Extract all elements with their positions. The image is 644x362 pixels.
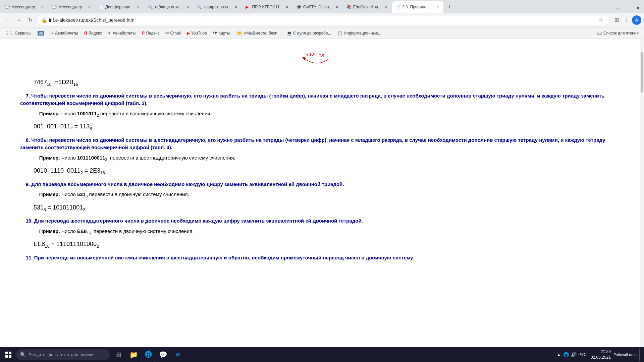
taskbar-right: ▲ 🌐 🔊 РУС 21:29 02.06.2021 Рабочий стол bbox=[554, 349, 643, 361]
reading-list-icon: 📖 bbox=[597, 31, 602, 36]
svg-text:2: 2 bbox=[305, 53, 308, 58]
bookmark-info[interactable]: 📋 Информационные... bbox=[335, 30, 384, 37]
hidden-icons-button[interactable]: ▲ bbox=[556, 352, 561, 357]
desktop-button[interactable]: Рабочий стол bbox=[612, 353, 638, 357]
myvmeste-label: #МыВместе: бесп... bbox=[244, 31, 281, 36]
refresh-button[interactable]: ↻ bbox=[25, 15, 35, 25]
extensions-button[interactable]: ⊞ bbox=[612, 15, 621, 25]
file-explorer-button[interactable]: 📁 bbox=[127, 348, 140, 361]
lang-indicator[interactable]: РУС bbox=[579, 352, 587, 357]
show-desktop-strip[interactable] bbox=[639, 349, 641, 361]
restore-button[interactable]: ⬜ bbox=[623, 3, 633, 13]
chrome-icon: 🌐 bbox=[145, 351, 152, 358]
browser-frame: 💬 Мессенджер ✕ 💬 Мессенджер ✕ 📄 Дифферен… bbox=[0, 0, 644, 362]
windows-icon bbox=[5, 352, 11, 358]
word-button[interactable]: W bbox=[171, 348, 184, 361]
tab-4-favicon: 🔍 bbox=[148, 5, 153, 9]
reading-list-button[interactable]: 📖 Список для чтения bbox=[594, 30, 641, 37]
system-tray: ▲ 🌐 🔊 РУС bbox=[554, 352, 589, 357]
tab-8[interactable]: 📚 EduCab - Кон... ✕ bbox=[343, 1, 392, 13]
avia2-icon: ✈ bbox=[108, 31, 111, 36]
tab-5-favicon: 🔍 bbox=[197, 5, 202, 9]
clock-date: 02.06.2021 bbox=[591, 355, 611, 360]
tab-5[interactable]: 🔍 квадрат разн... ✕ bbox=[194, 1, 242, 13]
taskbar-search[interactable]: 🔍 Введите здесь текст для поиска bbox=[16, 349, 110, 360]
bookmark-avia1[interactable]: ✈ Авиабилеты bbox=[48, 30, 81, 37]
bookmark-maps[interactable]: 🗺 Карты bbox=[210, 30, 232, 37]
example-10-line: Пример. Число ЕЕ816 перевести в двоичную… bbox=[34, 228, 617, 236]
tab-3-favicon: 📄 bbox=[99, 5, 103, 9]
close-window-button[interactable]: ✕ bbox=[633, 3, 643, 13]
tab-9[interactable]: 📄 3.3. Правила с... ✕ bbox=[392, 1, 443, 13]
tab-2-favicon: 💬 bbox=[52, 5, 56, 9]
example-8-line: Пример. Число 10111000112 перевести в ше… bbox=[34, 154, 617, 163]
vk-icon: vk bbox=[38, 31, 44, 36]
messenger-taskbar-icon: 💬 bbox=[159, 351, 167, 359]
forward-button[interactable]: → bbox=[14, 15, 23, 25]
start-button[interactable] bbox=[1, 348, 15, 362]
tab-4[interactable]: 🔍 таблица инте... ✕ bbox=[145, 1, 194, 13]
yandex2-icon: Я bbox=[142, 31, 145, 36]
bookmark-devcourse[interactable]: 💻 С нуля до разрабо... bbox=[284, 30, 334, 37]
bookmark-yandex1[interactable]: Я Яндекс bbox=[82, 30, 105, 37]
example-9-line: Пример. Число 5318 перевести в двоичную … bbox=[34, 191, 617, 199]
new-tab-button[interactable]: + bbox=[445, 2, 454, 12]
gmail-icon: ✉ bbox=[165, 31, 169, 36]
bookmark-avia2[interactable]: ✈ Авиабилеты bbox=[105, 30, 139, 37]
tab-9-close[interactable]: ✕ bbox=[435, 4, 440, 10]
messenger-taskbar-button[interactable]: 💬 bbox=[156, 348, 170, 361]
tab-3[interactable]: 📄 Дифференци... ✕ bbox=[95, 1, 145, 13]
content-area: 2 10 13 746710 =1D2B16 bbox=[0, 39, 644, 347]
profile-button[interactable]: A bbox=[632, 15, 641, 25]
example-7-line: Пример. Число 10010112 перевести в восьм… bbox=[34, 110, 617, 118]
tab-8-close[interactable]: ✕ bbox=[383, 4, 389, 10]
tab-6[interactable]: ▶ ПРО ИГРОК Н... ✕ bbox=[242, 1, 293, 13]
taskbar-search-icon: 🔍 bbox=[20, 352, 26, 357]
scrollbar-thumb[interactable] bbox=[641, 52, 643, 93]
tab-1-favicon: 💬 bbox=[5, 5, 9, 9]
tab-4-close[interactable]: ✕ bbox=[185, 4, 190, 10]
rule-8-text: 8. Чтобы перевести число из двоичной сис… bbox=[20, 136, 617, 152]
tab-3-close[interactable]: ✕ bbox=[136, 4, 141, 10]
bookmark-myvmeste[interactable]: 🤝 #МыВместе: бесп... bbox=[233, 29, 283, 37]
scrollbar[interactable] bbox=[640, 39, 644, 347]
more-tools-button[interactable]: ⋮ bbox=[622, 15, 631, 25]
address-bar[interactable]: 🔒 inf.e-alekseev.ru/text/Schisl_perevod.… bbox=[37, 15, 610, 25]
bookmark-star-icon[interactable]: ☆ bbox=[596, 15, 605, 25]
maps-label: Карты bbox=[218, 31, 230, 36]
tab-7[interactable]: 🎓 ОмГТУ: Элект... ✕ bbox=[293, 1, 343, 13]
svg-text:10: 10 bbox=[309, 52, 314, 57]
minimize-button[interactable]: ─ bbox=[613, 3, 623, 13]
taskbar-search-text: Введите здесь текст для поиска bbox=[29, 352, 93, 357]
info-icon: 📋 bbox=[337, 31, 342, 36]
bookmark-yandex2[interactable]: Я Яндекс bbox=[139, 30, 162, 37]
tab-6-favicon: ▶ bbox=[246, 5, 250, 9]
bookmark-gmail[interactable]: ✉ Gmail bbox=[163, 30, 183, 37]
info-label: Информационные... bbox=[344, 31, 381, 36]
tab-7-close[interactable]: ✕ bbox=[334, 4, 340, 10]
example-8-result: 0010 1110 00112 = 2E316 bbox=[34, 166, 617, 176]
bookmark-vk[interactable]: vk bbox=[35, 30, 47, 37]
bookmark-youtube[interactable]: ▶ YouTube bbox=[184, 30, 210, 37]
task-view-button[interactable]: ⊞ bbox=[112, 348, 125, 361]
tab-6-close[interactable]: ✕ bbox=[284, 4, 290, 10]
bookmark-services[interactable]: ⋮⋮ Сервисы bbox=[3, 30, 34, 37]
tab-1[interactable]: 💬 Мессенджер ✕ bbox=[1, 1, 48, 13]
svg-text:13: 13 bbox=[319, 53, 324, 58]
address-text: inf.e-alekseev.ru/text/Schisl_perevod.ht… bbox=[49, 17, 594, 23]
reading-list-label: Список для чтения bbox=[603, 31, 639, 36]
tab-7-label: ОмГТУ: Элект... bbox=[303, 5, 332, 9]
yandex1-icon: Я bbox=[84, 31, 87, 36]
back-button[interactable]: ← bbox=[3, 15, 12, 25]
chrome-button[interactable]: 🌐 bbox=[142, 348, 155, 361]
tab-2-close[interactable]: ✕ bbox=[87, 4, 92, 10]
volume-icon[interactable]: 🔊 bbox=[571, 352, 577, 357]
myvmeste-icon: 🤝 bbox=[236, 31, 243, 36]
tab-1-close[interactable]: ✕ bbox=[40, 4, 45, 10]
network-icon[interactable]: 🌐 bbox=[563, 352, 569, 357]
tab-5-close[interactable]: ✕ bbox=[233, 4, 239, 10]
tab-5-label: квадрат разн... bbox=[204, 5, 231, 9]
tab-2[interactable]: 💬 Мессенджер ✕ bbox=[48, 1, 95, 13]
system-clock[interactable]: 21:29 02.06.2021 bbox=[591, 349, 611, 360]
clock-time: 21:29 bbox=[591, 349, 611, 355]
